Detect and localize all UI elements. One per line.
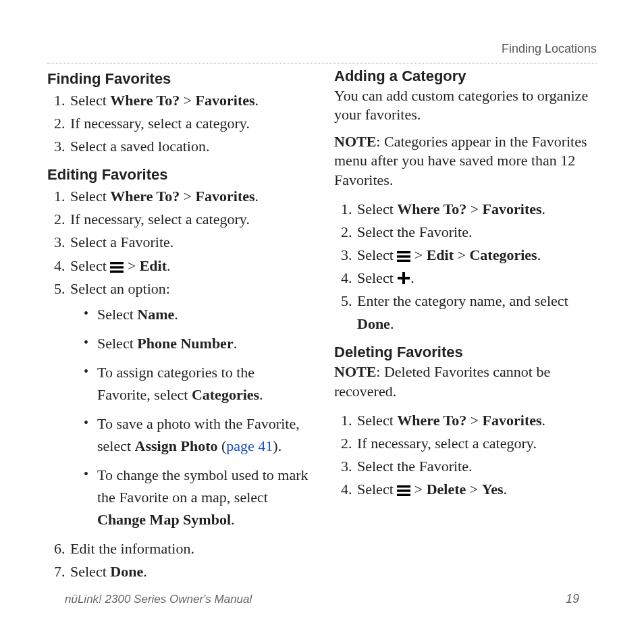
heading-deleting-favorites: Deleting Favorites: [334, 344, 597, 361]
editing-options: Select Name. Select Phone Number. To ass…: [70, 303, 310, 531]
menu-icon: [397, 485, 410, 496]
list-item: To assign categories to the Favorite, se…: [84, 361, 310, 406]
list-item: If necessary, select a category.: [356, 432, 597, 455]
svg-rect-5: [397, 260, 410, 262]
list-item: Select the Favorite.: [356, 221, 597, 244]
list-item: Enter the category name, and select Done…: [356, 290, 597, 336]
finding-steps: Select Where To? > Favorites. If necessa…: [47, 89, 310, 158]
list-item: Select Where To? > Favorites.: [69, 185, 310, 208]
footer-page-number: 19: [566, 592, 579, 606]
list-item: Select .: [356, 267, 597, 290]
list-item: To change the symbol used to mark the Fa…: [84, 464, 310, 531]
plus-icon: [397, 271, 410, 285]
list-item: Select Done.: [69, 560, 310, 583]
deleting-steps: Select Where To? > Favorites. If necessa…: [334, 409, 597, 501]
list-item: Select a Favorite.: [69, 231, 310, 254]
menu-icon: [397, 251, 410, 262]
list-item: Select Where To? > Favorites.: [356, 198, 597, 221]
list-item: Select > Delete > Yes.: [356, 478, 597, 501]
svg-rect-1: [110, 266, 124, 268]
list-item: Edit the information.: [69, 537, 310, 560]
heading-editing-favorites: Editing Favorites: [47, 166, 310, 184]
list-item: Select an option: Select Name. Select Ph…: [69, 277, 310, 531]
heading-adding-category: Adding a Category: [334, 68, 597, 85]
list-item: Select Name.: [84, 303, 310, 325]
page-link[interactable]: page 41: [226, 437, 273, 454]
adding-intro: You can add custom categories to organiz…: [334, 86, 597, 124]
list-item: Select a saved location.: [69, 135, 310, 158]
svg-rect-4: [397, 255, 410, 257]
list-item: Select Phone Number.: [84, 332, 310, 354]
svg-rect-9: [397, 489, 410, 491]
list-item: If necessary, select a category.: [69, 112, 310, 135]
deleting-note: NOTE: Deleted Favorites cannot be recove…: [334, 363, 597, 400]
svg-rect-8: [397, 485, 410, 487]
list-item: Select > Edit > Categories.: [356, 244, 597, 267]
list-item: If necessary, select a category.: [69, 208, 310, 231]
heading-finding-favorites: Finding Favorites: [47, 70, 310, 88]
menu-icon: [110, 262, 124, 273]
list-item: Select Where To? > Favorites.: [69, 89, 310, 112]
svg-rect-3: [397, 251, 410, 253]
adding-steps: Select Where To? > Favorites. Select the…: [334, 198, 597, 336]
editing-steps: Select Where To? > Favorites. If necessa…: [47, 185, 310, 583]
list-item: Select Where To? > Favorites.: [356, 409, 597, 432]
list-item: Select > Edit.: [69, 254, 310, 277]
footer-manual-title: nüLink! 2300 Series Owner's Manual: [65, 593, 252, 606]
svg-rect-10: [397, 494, 410, 496]
svg-rect-7: [398, 277, 410, 279]
adding-note: NOTE: Categories appear in the Favorites…: [334, 132, 597, 189]
svg-rect-0: [110, 262, 124, 264]
list-item: Select the Favorite.: [356, 455, 597, 478]
content-columns: Finding Favorites Select Where To? > Fav…: [47, 68, 597, 586]
running-header: Finding Locations: [47, 42, 597, 63]
svg-rect-2: [110, 270, 124, 272]
list-item: To save a photo with the Favorite, selec…: [84, 412, 310, 457]
